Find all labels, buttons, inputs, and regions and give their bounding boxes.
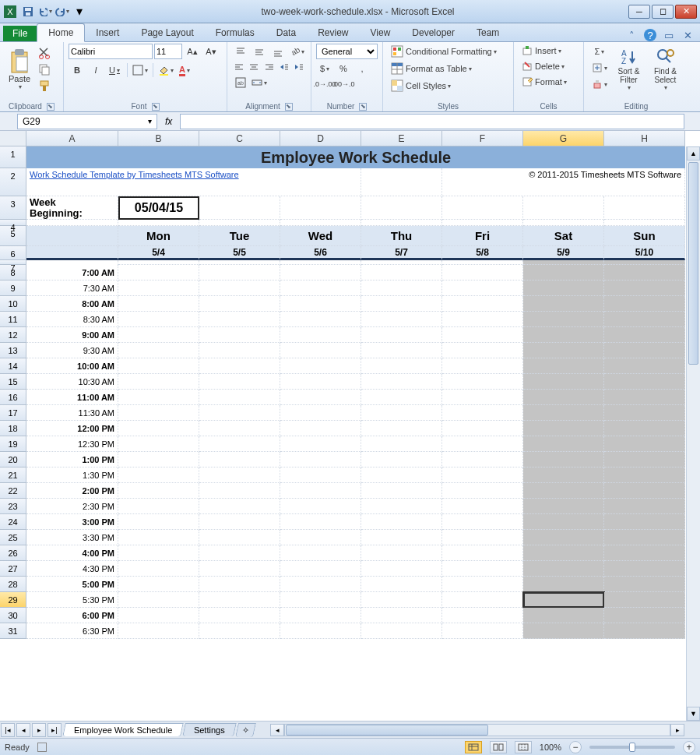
align-bottom-button[interactable] <box>269 44 287 59</box>
undo-button[interactable] <box>37 4 53 19</box>
format-as-table-button[interactable]: Format as Table <box>388 61 508 76</box>
scroll-thumb[interactable] <box>688 162 698 365</box>
home-tab[interactable]: Home <box>37 23 85 42</box>
time-label-16[interactable]: 11:00 AM <box>26 390 118 405</box>
alignment-launcher[interactable]: ⬊ <box>285 103 293 111</box>
time-label-10[interactable]: 8:00 AM <box>26 296 118 312</box>
column-header-G[interactable]: G <box>523 131 604 146</box>
row-header-20[interactable]: 20 <box>0 452 26 467</box>
week-beginning-label[interactable]: WeekBeginning: <box>26 196 118 220</box>
row-header-31[interactable]: 31 <box>0 623 26 639</box>
paste-button[interactable]: Paste <box>5 44 34 94</box>
row-header-9[interactable]: 9 <box>0 280 26 296</box>
row-header-23[interactable]: 23 <box>0 499 26 514</box>
time-label-18[interactable]: 12:00 PM <box>26 421 118 436</box>
fill-button[interactable] <box>589 60 610 76</box>
time-label-24[interactable]: 3:00 PM <box>26 514 118 530</box>
day-date-fri[interactable]: 5/8 <box>442 246 523 260</box>
day-date-tue[interactable]: 5/5 <box>199 246 280 260</box>
data-tab[interactable]: Data <box>266 24 307 41</box>
number-launcher[interactable]: ⬊ <box>359 103 367 111</box>
cell-styles-button[interactable]: Cell Styles <box>388 78 508 93</box>
day-date-sat[interactable]: 5/9 <box>523 246 604 260</box>
day-header-fri[interactable]: Fri <box>442 226 523 246</box>
time-label-11[interactable]: 8:30 AM <box>26 312 118 327</box>
font-launcher[interactable]: ⬊ <box>152 103 160 111</box>
hscroll-left[interactable]: ◂ <box>270 724 284 736</box>
redo-button[interactable] <box>55 4 70 19</box>
format-painter-button[interactable] <box>36 78 53 93</box>
day-header-tue[interactable]: Tue <box>199 226 280 246</box>
tab-nav-next[interactable]: ▸ <box>32 723 46 737</box>
wrap-text-button[interactable]: ab <box>232 75 249 90</box>
time-label-30[interactable]: 6:00 PM <box>26 608 118 623</box>
row-header-16[interactable]: 16 <box>0 390 26 405</box>
merge-center-button[interactable] <box>251 75 268 90</box>
align-middle-button[interactable] <box>251 44 268 59</box>
time-label-28[interactable]: 5:00 PM <box>26 577 118 592</box>
align-center-button[interactable] <box>247 59 260 75</box>
time-label-27[interactable]: 4:30 PM <box>26 561 118 577</box>
scroll-up-button[interactable]: ▲ <box>687 146 700 161</box>
normal-view-button[interactable] <box>465 741 482 753</box>
week-beginning-value[interactable]: 05/04/15 <box>118 196 199 220</box>
maximize-button[interactable]: ◻ <box>652 5 674 19</box>
macro-record-icon[interactable] <box>37 743 47 752</box>
column-header-D[interactable]: D <box>280 131 361 146</box>
row-header-26[interactable]: 26 <box>0 545 26 561</box>
increase-indent-button[interactable] <box>293 59 306 75</box>
qat-customize-button[interactable]: ▾ <box>72 4 87 19</box>
day-header-mon[interactable]: Mon <box>118 226 199 246</box>
row-header-19[interactable]: 19 <box>0 436 26 452</box>
cut-button[interactable] <box>36 45 53 61</box>
pagebreak-view-button[interactable] <box>515 741 532 753</box>
time-label-13[interactable]: 9:30 AM <box>26 343 118 358</box>
row-header-11[interactable]: 11 <box>0 312 26 327</box>
team-tab[interactable]: Team <box>466 24 510 41</box>
time-label-21[interactable]: 1:30 PM <box>26 467 118 483</box>
orientation-button[interactable]: ab <box>288 44 305 59</box>
row-header-8[interactable]: 8 <box>0 265 26 280</box>
horizontal-scrollbar[interactable]: ◂ ▸ <box>270 724 684 736</box>
row-header-17[interactable]: 17 <box>0 405 26 421</box>
row-header-21[interactable]: 21 <box>0 467 26 483</box>
day-header-thu[interactable]: Thu <box>361 226 442 246</box>
column-header-B[interactable]: B <box>118 131 199 146</box>
row-header-4[interactable]: 4 <box>0 220 26 226</box>
active-cell[interactable] <box>523 592 604 608</box>
column-header-H[interactable]: H <box>604 131 685 146</box>
pagelayout-view-button[interactable] <box>490 741 507 753</box>
template-link[interactable]: Work Schedule Template by Timesheets MTS… <box>30 170 239 179</box>
font-size-combo[interactable] <box>154 44 182 59</box>
autosum-button[interactable]: Σ <box>589 44 610 59</box>
name-box-dropdown[interactable]: ▾ <box>148 117 152 125</box>
sheet-tab-settings[interactable]: Settings <box>183 723 237 736</box>
row-header-3[interactable]: 3 <box>0 196 26 220</box>
increase-decimal-button[interactable]: .0→.00 <box>316 76 333 92</box>
row-header-25[interactable]: 25 <box>0 530 26 545</box>
time-label-23[interactable]: 2:30 PM <box>26 499 118 514</box>
column-header-A[interactable]: A <box>26 131 118 146</box>
fx-button[interactable]: fx <box>165 116 172 127</box>
time-label-22[interactable]: 2:00 PM <box>26 483 118 499</box>
time-label-17[interactable]: 11:30 AM <box>26 405 118 421</box>
zoom-out-button[interactable]: − <box>569 741 582 753</box>
row-header-13[interactable]: 13 <box>0 343 26 358</box>
conditional-formatting-button[interactable]: Conditional Formatting <box>388 44 508 59</box>
copy-button[interactable] <box>36 62 53 77</box>
scroll-down-button[interactable]: ▼ <box>687 707 700 721</box>
day-date-wed[interactable]: 5/6 <box>280 246 361 260</box>
time-label-25[interactable]: 3:30 PM <box>26 530 118 545</box>
help-icon[interactable]: ? <box>644 29 656 41</box>
grid[interactable]: Employee Work ScheduleWork Schedule Temp… <box>26 146 686 721</box>
grow-font-button[interactable]: A▴ <box>184 44 201 59</box>
insert-cells-button[interactable]: Insert <box>519 44 579 58</box>
clipboard-launcher[interactable]: ⬊ <box>47 103 55 111</box>
underline-button[interactable]: U <box>106 62 123 78</box>
pagelayout-tab[interactable]: Page Layout <box>130 24 204 41</box>
time-label-19[interactable]: 12:30 PM <box>26 436 118 452</box>
window-restore-icon[interactable]: ▭ <box>663 29 675 41</box>
close-button[interactable]: ✕ <box>675 5 697 19</box>
bold-button[interactable]: B <box>69 62 86 78</box>
day-header-sun[interactable]: Sun <box>604 226 685 246</box>
